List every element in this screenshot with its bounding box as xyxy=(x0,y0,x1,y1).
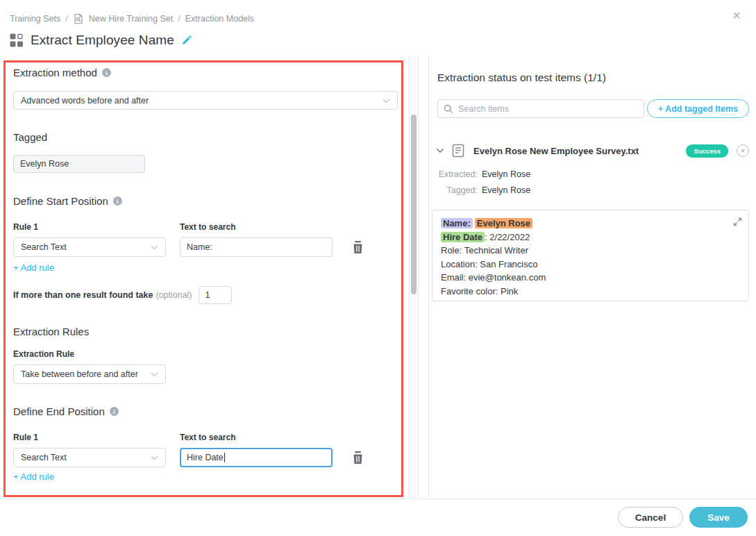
training-set-doc-icon xyxy=(73,13,84,24)
close-icon[interactable]: × xyxy=(728,7,745,24)
preview-line: Location: San Francisco xyxy=(441,258,740,271)
edit-pencil-icon[interactable] xyxy=(181,35,192,46)
expand-preview-icon[interactable] xyxy=(732,217,743,227)
define-start-position-heading: Define Start Position i xyxy=(13,195,394,207)
more-results-row: If more than one result found take (opti… xyxy=(13,286,394,304)
extraction-rule-select[interactable]: Take between before and after xyxy=(13,365,166,384)
document-icon xyxy=(452,144,464,158)
define-end-position-heading: Define End Position i xyxy=(13,405,394,417)
end-text-to-search-input[interactable]: Hire Date xyxy=(180,448,333,467)
extracted-value: Evelyn Rose xyxy=(482,169,530,179)
extraction-method-select[interactable]: Advanced words before and after xyxy=(13,91,398,110)
remove-item-icon[interactable]: × xyxy=(737,144,749,157)
end-text-to-search-value: Hire Date xyxy=(187,453,224,462)
breadcrumb-separator: / xyxy=(178,14,180,24)
test-item-filename: Evelyn Rose New Employee Survey.txt xyxy=(473,146,639,156)
cancel-button[interactable]: Cancel xyxy=(618,507,683,528)
extraction-config-panel: Extraction method i Advanced words befor… xyxy=(3,60,403,497)
chevron-down-icon xyxy=(151,242,158,252)
preview-line: Email: evie@tonkean.com xyxy=(441,271,740,285)
extraction-model-dialog: Training Sets / New Hire Training Set / … xyxy=(0,0,756,536)
search-icon xyxy=(444,104,453,114)
title-row: Extract Employee Name xyxy=(10,33,192,48)
footer-actions: Cancel Save xyxy=(618,507,748,528)
extracted-name-highlight: Evelyn Rose xyxy=(475,218,532,228)
end-rule-type-select[interactable]: Search Text xyxy=(13,448,166,467)
rule-1-label: Rule 1 xyxy=(13,433,180,442)
preview-line: Role: Technical Writer xyxy=(441,244,740,258)
preview-line-name: Name:Evelyn Rose xyxy=(441,217,740,231)
chevron-down-icon xyxy=(151,453,158,462)
chevron-down-icon[interactable] xyxy=(436,148,444,153)
tagged-heading: Tagged xyxy=(13,131,394,143)
text-cursor xyxy=(224,453,226,462)
end-rule-labels: Rule 1 Text to search xyxy=(13,433,394,442)
end-rule-type-value: Search Text xyxy=(21,453,67,462)
breadcrumb-separator: / xyxy=(65,14,67,24)
breadcrumb-extraction-models[interactable]: Extraction Models xyxy=(185,14,254,24)
search-items-input[interactable] xyxy=(458,104,638,114)
more-results-label: If more than one result found take xyxy=(13,290,153,300)
tagged-value-input[interactable] xyxy=(13,155,145,173)
hire-date-highlight: Hire Date xyxy=(441,232,485,242)
start-add-rule-link[interactable]: + Add rule xyxy=(13,262,54,273)
more-results-optional-label: (optional) xyxy=(156,290,192,300)
breadcrumb-new-hire-training-set[interactable]: New Hire Training Set xyxy=(89,14,174,24)
start-rule-type-select[interactable]: Search Text xyxy=(13,237,166,257)
breadcrumb-training-sets[interactable]: Training Sets xyxy=(10,14,60,24)
end-rule-row: Search Text Hire Date xyxy=(13,448,394,467)
start-rule-row: Search Text xyxy=(13,237,394,257)
model-grid-icon xyxy=(10,33,24,47)
search-items-box[interactable] xyxy=(437,99,644,118)
info-icon[interactable]: i xyxy=(113,196,122,206)
save-button[interactable]: Save xyxy=(689,507,748,528)
trash-icon[interactable] xyxy=(352,451,364,464)
footer-divider xyxy=(0,499,756,499)
extraction-method-label: Extraction method xyxy=(13,67,97,78)
info-icon[interactable]: i xyxy=(110,407,119,416)
chevron-down-icon xyxy=(151,369,158,379)
add-tagged-items-button[interactable]: + Add tagged Items xyxy=(647,99,749,118)
text-to-search-label: Text to search xyxy=(180,433,235,442)
scrollbar-track[interactable] xyxy=(409,56,419,499)
name-label-highlight: Name: xyxy=(441,218,473,228)
tagged-value: Evelyn Rose xyxy=(482,185,530,195)
more-results-input[interactable] xyxy=(199,286,232,304)
start-rule-type-value: Search Text xyxy=(21,242,67,252)
extraction-rule-label: Extraction Rule xyxy=(13,349,394,359)
define-start-position-label: Define Start Position xyxy=(13,195,108,207)
tagged-label: Tagged: xyxy=(437,185,478,195)
tagged-row: Tagged: Evelyn Rose xyxy=(437,185,749,195)
extraction-rule-value: Take between before and after xyxy=(21,369,138,379)
breadcrumb: Training Sets / New Hire Training Set / … xyxy=(10,13,254,24)
extraction-method-value: Advanced words before and after xyxy=(21,96,149,106)
preview-line: Favorite color: Pink xyxy=(441,285,740,299)
extraction-status-panel: Extraction status on test items (1/1) + … xyxy=(429,56,756,499)
end-add-rule-link[interactable]: + Add rule xyxy=(13,471,54,482)
trash-icon[interactable] xyxy=(352,241,364,254)
extracted-label: Extracted: xyxy=(437,169,478,179)
document-preview: Name:Evelyn Rose Hire Date: 2/22/2022 Ro… xyxy=(432,210,749,301)
chevron-down-icon xyxy=(383,96,390,106)
start-text-to-search-input[interactable] xyxy=(180,237,333,257)
test-item-row[interactable]: Evelyn Rose New Employee Survey.txt Succ… xyxy=(437,144,749,158)
define-end-position-label: Define End Position xyxy=(13,405,105,417)
extraction-rules-heading: Extraction Rules xyxy=(13,326,394,337)
rule-1-label: Rule 1 xyxy=(13,222,180,232)
hire-date-rest: : 2/22/2022 xyxy=(485,232,530,242)
extraction-status-title: Extraction status on test items (1/1) xyxy=(437,72,749,84)
scrollbar-thumb[interactable] xyxy=(411,115,417,294)
info-icon[interactable]: i xyxy=(102,68,111,77)
start-rule-labels: Rule 1 Text to search xyxy=(13,222,394,232)
extracted-row: Extracted: Evelyn Rose xyxy=(437,169,749,179)
search-row: + Add tagged Items xyxy=(437,99,749,118)
preview-line-hire-date: Hire Date: 2/22/2022 xyxy=(441,231,740,244)
status-badge: Success xyxy=(686,144,728,158)
extraction-method-heading: Extraction method i xyxy=(13,67,394,78)
text-to-search-label: Text to search xyxy=(180,222,235,232)
page-title: Extract Employee Name xyxy=(31,33,174,48)
